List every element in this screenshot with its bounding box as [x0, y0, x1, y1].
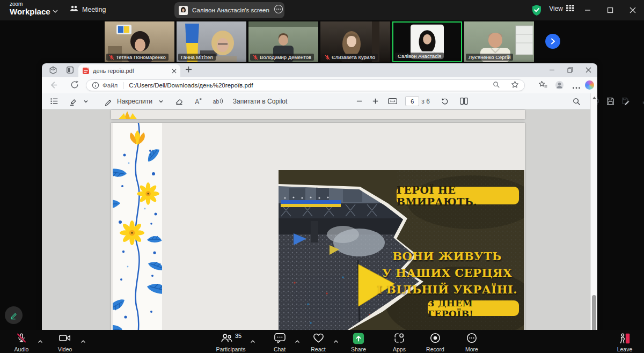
participant-name-label: Тетяна Пономаренко: [106, 54, 169, 61]
audio-button[interactable]: Audio: [8, 332, 35, 352]
save-as-icon[interactable]: [619, 95, 632, 108]
edge-close-button[interactable]: [579, 63, 597, 77]
share-button[interactable]: Share: [345, 332, 372, 352]
settings-menu-icon[interactable]: [572, 83, 581, 92]
workspaces-icon[interactable]: [48, 65, 58, 77]
pdf-content[interactable]: ГЕРОЇ НЕ ВМИРАЮТЬ. ВОНИ ЖИВУТЬ У НАШИХ С…: [42, 109, 597, 353]
view-button[interactable]: View: [549, 4, 574, 13]
toc-icon[interactable]: [47, 95, 60, 108]
address-divider: [123, 82, 123, 89]
leave-button[interactable]: Leave: [611, 332, 639, 352]
page-input[interactable]: [405, 96, 419, 106]
page-total-label: з 6: [421, 98, 430, 105]
zoom-bottombar: Audio Video 35 Participants Chat: [0, 330, 644, 353]
react-button[interactable]: React: [305, 332, 332, 352]
more-button[interactable]: More: [458, 332, 486, 352]
next-participants-button[interactable]: [545, 34, 560, 49]
share-tab-label: Салівон Анастасія's screen: [192, 7, 269, 13]
file-info-icon[interactable]: [92, 82, 99, 89]
read-aloud-icon[interactable]: ab: [211, 95, 224, 108]
scrollbar-thumb[interactable]: [592, 295, 596, 333]
share-tab-menu-button[interactable]: [274, 4, 283, 16]
minimize-button[interactable]: [576, 0, 599, 20]
add-text-icon[interactable]: A: [192, 95, 205, 108]
participant-name-label: Ганна Мітітел: [178, 54, 216, 61]
security-shield-icon[interactable]: [531, 4, 542, 18]
save-icon[interactable]: [604, 95, 617, 108]
participant-tile-6[interactable]: Лук'яненко Сергій: [464, 21, 534, 62]
zoom-out-icon[interactable]: [353, 95, 365, 108]
participant-tile-5-active[interactable]: Салівон Анастасія: [392, 21, 462, 62]
pdf-file-icon: [82, 67, 90, 75]
poster-body-line: ВОНИ ЖИВУТЬ: [370, 249, 524, 263]
chevron-down-icon[interactable]: [79, 95, 92, 108]
react-chevron-icon[interactable]: [333, 336, 339, 346]
brand-chevron-icon[interactable]: [52, 7, 58, 17]
participants-chevron-icon[interactable]: [250, 336, 255, 346]
fit-width-icon[interactable]: [386, 95, 399, 108]
video-strip: Тетяна Пономаренко Ганна Мітітел: [105, 21, 534, 62]
close-button[interactable]: [621, 0, 644, 20]
leave-icon: [611, 332, 639, 345]
screen-share-tab[interactable]: Салівон Анастасія's screen: [174, 2, 284, 18]
zoom-search-icon[interactable]: [492, 80, 500, 91]
favorite-star-icon[interactable]: [511, 80, 519, 91]
refresh-icon[interactable]: [70, 80, 79, 92]
pdf-scrollbar[interactable]: [590, 93, 597, 353]
meeting-tab[interactable]: Meeting: [70, 5, 106, 14]
address-url: C:/Users/Dell/Downloads/день%20героїв.pd…: [129, 82, 489, 89]
edge-restore-button[interactable]: [561, 63, 579, 77]
meeting-label: Meeting: [82, 6, 106, 13]
chat-button[interactable]: Chat: [266, 332, 293, 352]
pdf-tab[interactable]: день героїв.pdf: [78, 64, 180, 77]
favorites-hub-icon[interactable]: [538, 80, 548, 92]
participant-tile-2[interactable]: Ганна Мітітел: [177, 21, 246, 62]
mic-muted-icon: [109, 55, 114, 60]
pdf-page: ГЕРОЇ НЕ ВМИРАЮТЬ. ВОНИ ЖИВУТЬ У НАШИХ С…: [111, 123, 525, 353]
participant-tile-3[interactable]: Володимир Дементов: [248, 21, 318, 62]
chevron-down-icon[interactable]: [155, 95, 167, 108]
record-button[interactable]: Record: [421, 332, 450, 352]
new-tab-button[interactable]: [185, 65, 193, 76]
address-bar[interactable]: Файл C:/Users/Dell/Downloads/день%20геро…: [86, 79, 525, 91]
tab-actions-icon[interactable]: [65, 65, 75, 77]
participant-name-label: Лук'яненко Сергій: [466, 54, 513, 61]
participants-button[interactable]: 35 Participants: [214, 332, 248, 352]
brand-line2: Workplace: [10, 8, 50, 16]
annotate-button[interactable]: [5, 306, 23, 324]
ask-copilot-button[interactable]: Запитати в Copilot: [233, 98, 288, 105]
fullscreen-icon[interactable]: [639, 95, 644, 108]
highlighter-icon[interactable]: [67, 95, 79, 108]
audio-chevron-icon[interactable]: [38, 336, 43, 346]
share-avatar: [179, 6, 188, 15]
zoom-titlebar: zoom Workplace Meeting Салівон Анастасія…: [0, 0, 644, 20]
draw-label[interactable]: Накреслити: [117, 98, 152, 105]
apps-button[interactable]: Apps: [385, 332, 413, 352]
mic-muted-icon: [8, 332, 35, 345]
maximize-button[interactable]: [599, 0, 621, 20]
pdf-search-icon[interactable]: [570, 95, 583, 108]
record-icon: [421, 332, 450, 345]
page-view-icon[interactable]: [458, 95, 471, 108]
pdf-toolbar: Накреслити A ab Запитати в Copilot: [42, 93, 597, 109]
profile-avatar-icon[interactable]: [555, 80, 564, 92]
participant-tile-1[interactable]: Тетяна Пономаренко: [105, 21, 174, 62]
more-icon: [458, 332, 486, 345]
video-button[interactable]: Video: [51, 332, 79, 352]
edge-tab-strip: день героїв.pdf: [42, 63, 597, 77]
participant-tile-4[interactable]: Єлизавета Курило: [320, 21, 390, 62]
draw-pen-icon[interactable]: [102, 95, 115, 108]
mic-muted-icon: [253, 55, 258, 60]
rotate-icon[interactable]: [438, 95, 451, 108]
heart-icon: [305, 332, 332, 345]
copilot-icon[interactable]: [585, 80, 594, 90]
back-icon[interactable]: [48, 80, 58, 92]
scroll-up-icon[interactable]: [591, 95, 598, 101]
video-chevron-icon[interactable]: [80, 336, 86, 346]
zoom-in-icon[interactable]: [369, 95, 382, 108]
eraser-icon[interactable]: [173, 95, 186, 108]
chat-chevron-icon[interactable]: [295, 336, 300, 346]
edge-minimize-button[interactable]: [543, 63, 561, 77]
zoom-brand: zoom Workplace: [10, 2, 50, 16]
tab-close-icon[interactable]: [172, 66, 177, 76]
